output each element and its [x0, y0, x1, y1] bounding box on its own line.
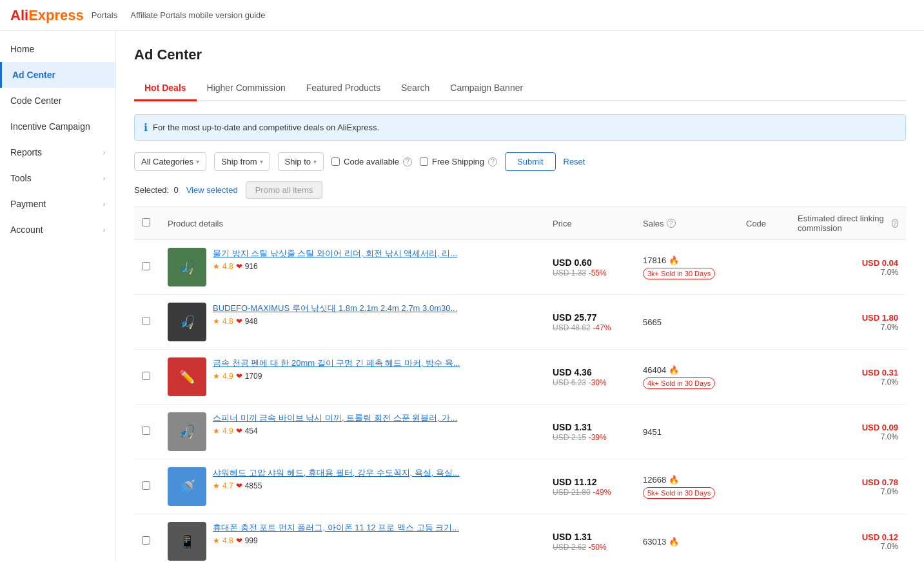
row-checkbox[interactable]: [142, 536, 150, 545]
price-original-row: USD 48.62 -47%: [553, 323, 627, 332]
sales-cell: 46404 🔥 4k+ Sold in 30 Days: [635, 350, 738, 405]
price-discount: -49%: [593, 488, 611, 497]
product-thumbnail: 📱: [168, 522, 206, 561]
sold-badge: 5k+ Sold in 30 Days: [643, 487, 715, 499]
star-icon: ★: [213, 317, 220, 326]
fire-icon: 🔥: [669, 475, 679, 485]
sales-count: 9451: [643, 427, 731, 437]
th-product: Product details: [160, 207, 545, 240]
price-original: USD 2.15: [553, 433, 586, 442]
star-icon: ★: [213, 427, 220, 436]
product-rating: ★ 4.8 ❤ 948: [213, 317, 537, 326]
sidebar-item-code-center[interactable]: Code Center: [0, 88, 115, 114]
code-cell: [738, 295, 790, 350]
price-current: USD 1.31: [553, 422, 627, 432]
hearts-count: 999: [245, 536, 258, 545]
sidebar-item-reports[interactable]: Reports›: [0, 139, 115, 165]
main-content: Ad Center Hot DealsHigher CommissionFeat…: [116, 31, 924, 562]
code-available-filter[interactable]: Code available ?: [331, 157, 412, 166]
product-details-cell: 🚿 샤워헤드 고압 샤워 헤드, 휴대용 필터, 강우 수도꼭지, 욕실, 욕실…: [160, 459, 545, 514]
product-title[interactable]: 물기 방지 스틸 낚싯줄 스틸 와이어 리더, 회전 낚시 액세서리, 리...: [213, 248, 537, 259]
sidebar-item-incentive-campaign[interactable]: Incentive Campaign: [0, 114, 115, 139]
reset-button[interactable]: Reset: [564, 157, 585, 166]
row-checkbox-cell: [134, 405, 160, 459]
sales-help-icon[interactable]: ?: [667, 219, 676, 228]
product-title[interactable]: 스피너 미끼 금속 바이브 낚시 미끼, 트롤링 회전 스푼 원블러, 가...: [213, 412, 537, 424]
product-thumb-icon: 🎣: [168, 303, 206, 341]
sold-badge: 3k+ Sold in 30 Days: [643, 268, 715, 279]
commission-help-icon[interactable]: ?: [892, 219, 898, 228]
code-available-checkbox[interactable]: [331, 157, 340, 166]
guide-link[interactable]: Affiliate Portals mobile version guide: [130, 10, 265, 20]
row-checkbox[interactable]: [142, 262, 150, 270]
free-shipping-filter[interactable]: Free Shipping ?: [420, 157, 497, 166]
selected-count: 0: [173, 185, 178, 195]
view-selected-link[interactable]: View selected: [186, 185, 238, 195]
sales-number: 46404: [643, 365, 666, 375]
product-details-cell: 🎣 BUDEFO-MAXIMUS 루어 낚싯대 1.8m 2.1m 2.4m 2…: [160, 295, 545, 350]
th-price: Price: [545, 207, 635, 240]
tab-higher-commission[interactable]: Higher Commission: [197, 76, 296, 101]
promo-all-button[interactable]: Promo all items: [246, 181, 323, 199]
sidebar-item-payment[interactable]: Payment›: [0, 191, 115, 217]
product-text: 휴대폰 충전 포트 먼지 플러그, 아이폰 11 12 프로 맥스 고등 크기.…: [213, 522, 537, 545]
hearts-count: 454: [245, 427, 258, 436]
product-info: ✏️ 금속 천공 펜에 대 한 20mm 길이 구멍 긴 페촉 헤드 마커, 방…: [168, 357, 537, 396]
free-shipping-help-icon[interactable]: ?: [488, 157, 497, 166]
free-shipping-checkbox[interactable]: [420, 157, 428, 166]
sidebar-item-label: Code Center: [10, 95, 61, 106]
sidebar-item-tools[interactable]: Tools›: [0, 165, 115, 191]
commission-amount: USD 0.31: [798, 368, 898, 377]
product-title[interactable]: 샤워헤드 고압 샤워 헤드, 휴대용 필터, 강우 수도꼭지, 욕실, 욕실..…: [213, 467, 537, 479]
product-info: 🎣 스피너 미끼 금속 바이브 낚시 미끼, 트롤링 회전 스푼 원블러, 가.…: [168, 412, 537, 451]
product-thumbnail: 🚿: [168, 467, 206, 506]
code-available-help-icon[interactable]: ?: [403, 157, 412, 166]
rating-value: 4.9: [222, 427, 233, 436]
price-original-row: USD 2.62 -50%: [553, 542, 627, 552]
commission-pct: 7.0%: [798, 432, 898, 441]
rating-value: 4.8: [222, 262, 233, 271]
product-title[interactable]: 금속 천공 펜에 대 한 20mm 길이 구멍 긴 페촉 헤드 마커, 방수 육…: [213, 357, 537, 369]
categories-filter[interactable]: All Categories ▾: [134, 152, 206, 171]
row-checkbox[interactable]: [142, 317, 150, 325]
price-cell: USD 25.77 USD 48.62 -47%: [545, 295, 635, 350]
submit-button[interactable]: Submit: [505, 152, 555, 171]
tab-hot-deals[interactable]: Hot Deals: [134, 76, 197, 101]
product-table: Product details Price Sales ? Code: [134, 206, 906, 562]
ship-from-chevron-icon: ▾: [260, 158, 263, 165]
product-title[interactable]: BUDEFO-MAXIMUS 루어 낚싯대 1.8m 2.1m 2.4m 2.7…: [213, 303, 537, 314]
sidebar-chevron-icon: ›: [103, 226, 105, 234]
product-info: 📱 휴대폰 충전 포트 먼지 플러그, 아이폰 11 12 프로 맥스 고등 크…: [168, 522, 537, 561]
product-text: 스피너 미끼 금속 바이브 낚시 미끼, 트롤링 회전 스푼 원블러, 가...…: [213, 412, 537, 436]
row-checkbox[interactable]: [142, 481, 150, 490]
portals-link[interactable]: Portals: [92, 10, 117, 20]
hearts-count: 916: [245, 262, 258, 271]
ship-from-label: Ship from: [221, 157, 257, 166]
row-checkbox-cell: [134, 459, 160, 514]
product-thumb-icon: 🎣: [168, 248, 206, 286]
ship-to-filter[interactable]: Ship to ▾: [278, 152, 324, 171]
sidebar-item-account[interactable]: Account›: [0, 217, 115, 243]
price-discount: -30%: [589, 378, 607, 387]
tab-search[interactable]: Search: [391, 76, 440, 101]
sales-count: 12668 🔥: [643, 475, 731, 485]
ship-from-filter[interactable]: Ship from ▾: [214, 152, 270, 171]
row-checkbox[interactable]: [142, 372, 150, 380]
price-original: USD 21.80: [553, 488, 591, 497]
tab-campaign-banner[interactable]: Campaign Banner: [440, 76, 533, 101]
product-title[interactable]: 휴대폰 충전 포트 먼지 플러그, 아이폰 11 12 프로 맥스 고등 크기.…: [213, 522, 537, 534]
sidebar-item-home[interactable]: Home: [0, 36, 115, 62]
product-thumb-icon: 🚿: [168, 467, 206, 506]
select-all-checkbox[interactable]: [142, 218, 150, 226]
sales-count: 5665: [643, 317, 731, 327]
commission-pct: 7.0%: [798, 377, 898, 386]
sales-cell: 63013 🔥: [635, 514, 738, 563]
fire-icon: 🔥: [669, 256, 679, 265]
sidebar-item-ad-center[interactable]: Ad Center: [0, 62, 115, 88]
product-thumb-icon: ✏️: [168, 357, 206, 396]
sidebar-chevron-icon: ›: [103, 149, 105, 156]
product-info: 🎣 물기 방지 스틸 낚싯줄 스틸 와이어 리더, 회전 낚시 액세서리, 리.…: [168, 248, 537, 286]
row-checkbox[interactable]: [142, 427, 150, 435]
price-current: USD 4.36: [553, 367, 627, 377]
tab-featured-products[interactable]: Featured Products: [296, 76, 391, 101]
